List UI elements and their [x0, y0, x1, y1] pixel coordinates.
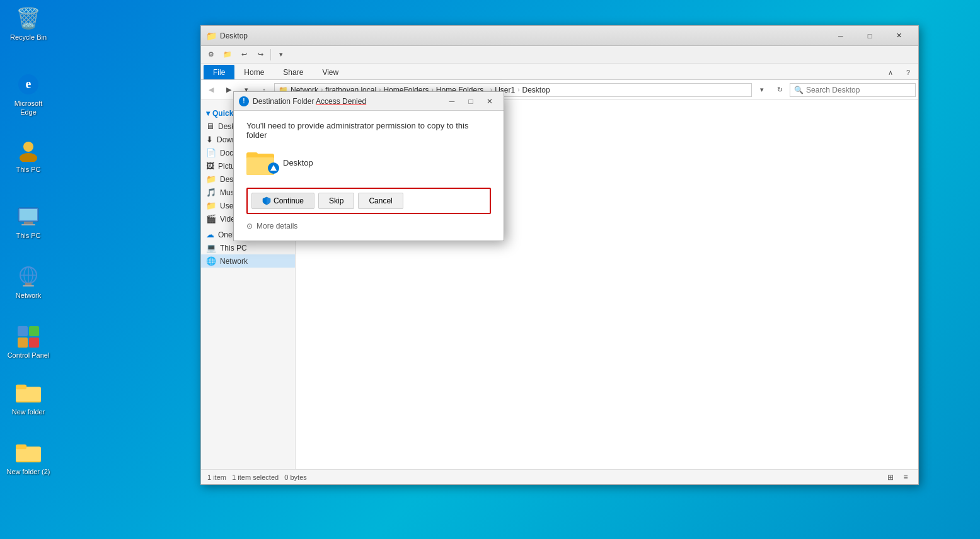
back-button[interactable]: ◀	[204, 82, 219, 98]
tab-view[interactable]: View	[313, 65, 348, 79]
redo-btn[interactable]: ↪	[253, 48, 268, 62]
dialog-close-btn[interactable]: ✕	[481, 94, 499, 108]
folder-icon	[16, 380, 41, 406]
sidebar-item-label: This PC	[220, 244, 247, 252]
cancel-label: Cancel	[369, 196, 392, 205]
dialog-message: You'll need to provide administrator per…	[246, 121, 491, 140]
cancel-button[interactable]: Cancel	[358, 193, 403, 209]
folder-icon: 📁	[206, 174, 216, 184]
tab-home[interactable]: Home	[234, 65, 274, 79]
sidebar-item-network[interactable]: 🌐 Network	[201, 254, 295, 268]
dialog-body: You'll need to provide administrator per…	[234, 111, 504, 241]
continue-label: Continue	[274, 196, 304, 205]
minimize-button[interactable]: ─	[826, 26, 855, 46]
continue-button[interactable]: Continue	[251, 193, 314, 209]
svg-rect-7	[21, 224, 35, 225]
network-icon: 🌐	[206, 256, 216, 266]
svg-rect-5	[20, 209, 37, 220]
svg-rect-16	[18, 338, 28, 348]
search-input[interactable]	[806, 86, 911, 94]
desktop-icon-label: New folder (2)	[6, 467, 50, 476]
help-btn[interactable]: ?	[901, 65, 916, 79]
desktop-icon-thispc[interactable]: This PC	[3, 201, 54, 242]
thispc-icon: 💻	[206, 243, 216, 252]
maximize-button[interactable]: □	[855, 26, 884, 46]
desktop-icon-control-panel[interactable]: Control Panel	[3, 321, 54, 362]
svg-rect-14	[18, 326, 28, 336]
access-denied-dialog: ! Destination Folder Access Denied ─ □ ✕…	[233, 91, 504, 241]
skip-label: Skip	[329, 196, 343, 205]
svg-rect-12	[25, 283, 32, 285]
dialog-maximize-btn[interactable]: □	[462, 94, 480, 108]
search-icon: 🔍	[794, 86, 804, 94]
properties-btn[interactable]: ⚙	[204, 48, 219, 62]
tab-share[interactable]: Share	[274, 65, 313, 79]
desktop-icon-label: This PC	[16, 165, 40, 174]
dialog-buttons-container: Continue Skip Cancel	[246, 188, 491, 214]
quick-access-toolbar: ⚙ 📁 ↩ ↪ ▾	[201, 46, 918, 64]
svg-point-2	[23, 142, 33, 152]
dialog-title-bar: ! Destination Folder Access Denied ─ □ ✕	[234, 92, 504, 111]
edge-icon: e	[16, 72, 41, 97]
skip-button[interactable]: Skip	[318, 193, 354, 209]
desktop-icon-new-folder-2[interactable]: New folder (2)	[3, 438, 54, 479]
desktop-icon-new-folder[interactable]: New folder	[3, 378, 54, 419]
documents-icon: 📄	[206, 148, 216, 157]
collapse-ribbon-btn[interactable]: ∧	[883, 65, 898, 79]
dialog-folder-icon	[246, 150, 277, 175]
control-panel-icon	[16, 324, 41, 349]
path-desktop: Desktop	[522, 86, 550, 94]
svg-rect-17	[29, 338, 39, 348]
desktop-icon-network[interactable]: Network	[3, 261, 54, 302]
desktop-icon-label: This PC	[16, 231, 40, 240]
address-dropdown-btn[interactable]: ▾	[754, 82, 770, 98]
refresh-btn[interactable]: ↻	[772, 82, 787, 98]
svg-rect-23	[16, 445, 26, 450]
desktop-icon-label: New folder	[12, 407, 45, 416]
network-icon	[16, 264, 41, 289]
undo-btn[interactable]: ↩	[236, 48, 251, 62]
toolbar-separator	[270, 49, 271, 60]
dialog-warning-icon: !	[239, 96, 249, 106]
customize-btn[interactable]: ▾	[274, 48, 289, 62]
chevron-right-icon: ⊙	[246, 222, 253, 230]
new-folder-btn[interactable]: 📁	[220, 48, 235, 62]
sidebar-item-thispc[interactable]: 💻 This PC	[201, 241, 295, 254]
pictures-icon: 🖼	[206, 161, 214, 171]
onedrive-icon: ☁	[206, 230, 214, 239]
svg-rect-13	[23, 285, 34, 287]
desktop-icon-user1[interactable]: This PC	[3, 135, 54, 176]
large-icons-view-btn[interactable]: ⊞	[884, 472, 897, 483]
details-view-btn[interactable]: ≡	[899, 472, 912, 483]
folder-2-icon	[16, 440, 41, 465]
dialog-folder-name: Desktop	[283, 158, 313, 167]
search-box[interactable]: 🔍	[790, 83, 916, 97]
videos-icon: 🎬	[206, 214, 216, 224]
desktop-icon-label: Recycle Bin	[10, 33, 47, 42]
tab-file[interactable]: File	[204, 65, 234, 79]
dialog-minimize-btn[interactable]: ─	[443, 94, 461, 108]
chevron-down-icon: ▾	[206, 109, 210, 118]
window-title: Desktop	[220, 31, 826, 40]
desktop-icon-label: Control Panel	[8, 351, 50, 360]
more-details-row[interactable]: ⊙ More details	[246, 222, 491, 230]
status-bar: 1 item 1 item selected 0 bytes ⊞ ≡	[201, 469, 918, 484]
svg-rect-6	[24, 222, 33, 224]
status-text: 1 item 1 item selected 0 bytes	[207, 474, 307, 481]
desktop-icon-recycle-bin[interactable]: 🗑️ Recycle Bin	[3, 3, 54, 44]
folder-icon: 🖥	[206, 122, 214, 131]
ribbon-tabs: File Home Share View ∧ ?	[201, 64, 918, 80]
folder-badge	[268, 162, 279, 174]
svg-rect-20	[16, 385, 26, 390]
music-icon: 🎵	[206, 188, 216, 197]
dialog-title: Destination Folder Access Denied	[253, 97, 439, 106]
title-bar: 📁 Desktop ─ □ ✕	[201, 26, 918, 46]
desktop-icon-edge[interactable]: e Microsoft Edge	[3, 69, 54, 120]
downloads-icon: ⬇	[206, 135, 213, 144]
status-view-buttons: ⊞ ≡	[884, 472, 912, 483]
folder-icon: 📁	[206, 201, 216, 210]
svg-rect-15	[29, 326, 39, 336]
close-button[interactable]: ✕	[884, 26, 913, 46]
window-controls: ─ □ ✕	[826, 26, 913, 46]
desktop-icon-label: Network	[16, 291, 41, 300]
